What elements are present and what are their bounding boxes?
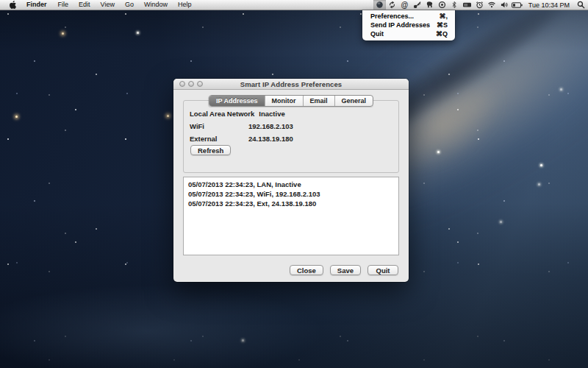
menu-item-finder[interactable]: Finder — [21, 0, 53, 10]
wifi-label: WiFi — [190, 122, 244, 130]
menu-item-label: Quit — [370, 30, 384, 38]
snail-icon[interactable]: @ — [398, 0, 411, 10]
status-menu-extras: @ — [373, 0, 588, 10]
apple-menu[interactable] — [5, 0, 21, 10]
menu-item-window[interactable]: Window — [139, 0, 173, 10]
quit-button[interactable]: Quit — [368, 265, 398, 275]
traffic-lights — [179, 79, 203, 89]
menu-item-shortcut: ⌘S — [437, 21, 448, 29]
ip-addresses-groupbox: Local Area Network Inactive WiFi 192.168… — [183, 100, 399, 173]
menu-item-preferences[interactable]: Preferences... ⌘, — [362, 12, 455, 21]
menu-item-label: Preferences... — [370, 13, 414, 20]
footer-buttons: Close Save Quit — [290, 265, 398, 275]
elephant-icon[interactable] — [423, 0, 436, 10]
target-icon[interactable] — [436, 0, 448, 10]
menu-item-go[interactable]: Go — [120, 0, 139, 10]
log-line: 05/07/2013 22:34:23, Ext, 24.138.19.180 — [188, 199, 394, 208]
menu-item-label: Send IP Addresses — [370, 21, 430, 29]
menu-item-send-ip-addresses[interactable]: Send IP Addresses ⌘S — [362, 21, 455, 29]
bluetooth-icon[interactable] — [448, 0, 461, 10]
menu-item-edit[interactable]: Edit — [74, 0, 96, 10]
tab-bar: IP Addresses Monitor Email General — [209, 95, 373, 107]
wifi-ip-value: 192.168.2.103 — [248, 122, 293, 130]
status-menu-popup: Preferences... ⌘, Send IP Addresses ⌘S Q… — [362, 10, 455, 40]
menu-item-shortcut: ⌘Q — [436, 30, 448, 38]
external-ip-value: 24.138.19.180 — [248, 135, 293, 143]
key-icon[interactable] — [411, 0, 423, 10]
window-titlebar[interactable]: Smart IP Address Preferences — [173, 79, 409, 90]
menu-item-help[interactable]: Help — [173, 0, 197, 10]
lan-label: Local Area Network — [190, 110, 254, 118]
wifi-row: WiFi 192.168.2.103 — [184, 120, 398, 132]
menu-item-shortcut: ⌘, — [439, 13, 448, 20]
sync-arrows-icon[interactable] — [386, 0, 398, 10]
desktop: Finder File Edit View Go Window Help @ — [0, 0, 588, 368]
external-label: External — [190, 135, 244, 143]
menu-item-file[interactable]: File — [53, 0, 74, 10]
wifi-icon[interactable] — [486, 0, 498, 10]
spotlight-icon[interactable] — [573, 0, 588, 10]
menu-bar-clock[interactable]: Tue 10:34 PM — [523, 1, 573, 9]
close-window-button[interactable] — [179, 81, 185, 87]
menu-item-quit[interactable]: Quit ⌘Q — [362, 29, 455, 38]
log-line: 05/07/2013 22:34:23, WiFi, 192.168.2.103 — [188, 189, 394, 199]
refresh-button[interactable]: Refresh — [190, 145, 231, 155]
external-row: External 24.138.19.180 — [184, 132, 398, 145]
apple-icon — [10, 1, 16, 9]
lan-status: Inactive — [259, 110, 284, 118]
smart-ip-app-icon[interactable] — [373, 0, 386, 10]
close-button[interactable]: Close — [290, 265, 323, 275]
tab-general[interactable]: General — [334, 96, 373, 106]
menu-bar: Finder File Edit View Go Window Help @ — [0, 0, 588, 10]
zoom-window-button[interactable] — [197, 81, 203, 87]
menu-bar-left: Finder File Edit View Go Window Help — [0, 0, 196, 10]
volume-icon[interactable] — [498, 0, 511, 10]
menu-item-view[interactable]: View — [96, 0, 120, 10]
tab-ip-addresses[interactable]: IP Addresses — [209, 96, 265, 106]
log-textarea[interactable]: 05/07/2013 22:34:23, LAN, Inactive 05/07… — [183, 177, 399, 255]
alarm-clock-icon[interactable] — [473, 0, 486, 10]
save-button[interactable]: Save — [330, 265, 361, 275]
tab-email[interactable]: Email — [302, 96, 334, 106]
display-icon[interactable] — [461, 0, 473, 10]
log-line: 05/07/2013 22:34:23, LAN, Inactive — [188, 180, 394, 189]
window-title: Smart IP Address Preferences — [240, 80, 343, 88]
tab-monitor[interactable]: Monitor — [264, 96, 302, 106]
preferences-window: Smart IP Address Preferences IP Addresse… — [173, 79, 409, 282]
minimize-window-button[interactable] — [188, 81, 194, 87]
lan-row: Local Area Network Inactive — [184, 107, 398, 120]
battery-icon[interactable] — [511, 0, 523, 10]
